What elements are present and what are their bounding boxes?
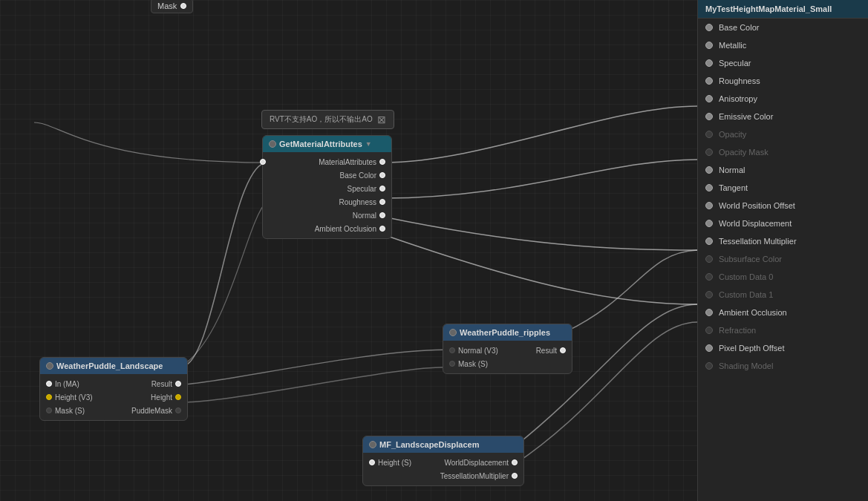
panel-row-world-position-offset[interactable]: World Position Offset: [698, 197, 868, 215]
panel-row-tangent[interactable]: Tangent: [698, 179, 868, 197]
panel-row-anisotropy[interactable]: Anisotropy: [698, 90, 868, 108]
custom-data-0-panel-label: Custom Data 0: [719, 272, 773, 281]
material-attrs-input-pin[interactable]: [260, 159, 266, 165]
emissive-color-panel-label: Emissive Color: [719, 112, 773, 121]
panel-row-custom-data-0: Custom Data 0: [698, 268, 868, 286]
panel-row-specular[interactable]: Specular: [698, 54, 868, 72]
specular-dot: [705, 59, 713, 67]
get-material-attrs-node: GetMaterialAttributes ▼ MaterialAttribut…: [262, 135, 392, 239]
result-out-pin[interactable]: [175, 381, 181, 387]
material-attrs-label: MaterialAttributes: [319, 158, 376, 166]
ripples-node-icon: [449, 329, 457, 336]
roughness-output-pin[interactable]: [379, 199, 385, 205]
base-color-row: Base Color: [263, 168, 391, 182]
puddle-mask-pin[interactable]: [175, 407, 181, 413]
base-color-output-pin[interactable]: [379, 172, 385, 178]
height-out-pin[interactable]: [175, 394, 181, 400]
weather-puddle-ripples-body: Normal (V3) Result Mask (S): [443, 341, 572, 373]
world-displacement-pin[interactable]: [512, 459, 518, 465]
mask-s-input-pin[interactable]: [449, 361, 455, 367]
mf-landscape-title: MF_LandscapeDisplacem: [379, 440, 480, 449]
mask-label: Mask: [157, 1, 177, 10]
in-ma-label: In (MA): [55, 380, 79, 388]
tessellation-row: TessellationMultiplier: [363, 469, 523, 482]
material-attrs-output-pin[interactable]: [379, 159, 385, 165]
normal-v3-input-pin[interactable]: [449, 347, 455, 353]
mask-s-landscape-input-pin[interactable]: [46, 407, 52, 413]
panel-row-emissive-color[interactable]: Emissive Color: [698, 108, 868, 125]
panel-row-opacity: Opacity: [698, 125, 868, 143]
landscape-node-icon: [46, 362, 53, 370]
result-label: Result: [536, 347, 557, 355]
refraction-dot: [705, 327, 713, 334]
opacity-dot: [705, 131, 713, 138]
opacity-mask-panel-label: Opacity Mask: [719, 148, 769, 157]
base-color-dot: [705, 24, 713, 31]
roughness-dot: [705, 77, 713, 85]
emissive-color-dot: [705, 113, 713, 120]
height-s-input-pin[interactable]: [369, 459, 375, 465]
panel-row-custom-data-1: Custom Data 1: [698, 286, 868, 304]
refraction-panel-label: Refraction: [719, 326, 756, 335]
mask-output-pin[interactable]: [180, 3, 186, 9]
mask-s-label: Mask (S): [458, 360, 488, 368]
in-ma-input-pin[interactable]: [46, 381, 52, 387]
right-panel-header: MyTestHeightMapMaterial_Small: [698, 0, 868, 19]
right-panel-title: MyTestHeightMapMaterial_Small: [705, 4, 832, 13]
world-position-offset-dot: [705, 202, 713, 209]
custom-data-1-panel-label: Custom Data 1: [719, 290, 773, 299]
normal-v3-row: Normal (V3) Result: [443, 344, 572, 357]
panel-row-base-color[interactable]: Base Color: [698, 19, 868, 36]
normal-panel-label: Normal: [719, 166, 745, 174]
panel-row-tessellation-multiplier[interactable]: Tessellation Multiplier: [698, 232, 868, 250]
mask-node: Mask: [151, 0, 193, 13]
weather-puddle-ripples-header: WeatherPuddle_ripples: [443, 324, 572, 341]
tessellation-multiplier-pin[interactable]: [512, 473, 518, 479]
normal-label: Normal: [353, 212, 376, 220]
specular-row: Specular: [263, 182, 391, 195]
opacity-panel-label: Opacity: [719, 130, 746, 139]
panel-row-metallic[interactable]: Metallic: [698, 36, 868, 54]
rvt-text: RVT不支持AO，所以不输出AO: [270, 114, 373, 125]
subsurface-color-panel-label: Subsurface Color: [719, 255, 782, 263]
height-s-label: Height (S): [378, 459, 411, 467]
in-ma-row: In (MA) Result: [40, 377, 187, 390]
panel-row-pixel-depth-offset[interactable]: Pixel Depth Offset: [698, 339, 868, 357]
panel-row-world-displacement[interactable]: World Displacement: [698, 215, 868, 232]
roughness-row: Roughness: [263, 195, 391, 209]
normal-dot: [705, 166, 713, 174]
normal-v3-label: Normal (V3): [458, 347, 498, 355]
normal-output-pin[interactable]: [379, 212, 385, 218]
height-v3-row: Height (V3) Height: [40, 390, 187, 404]
custom-data-0-dot: [705, 273, 713, 281]
tangent-panel-label: Tangent: [719, 183, 748, 192]
height-v3-label: Height (V3): [55, 393, 93, 402]
metallic-dot: [705, 42, 713, 49]
tessellation-multiplier-label: TessellationMultiplier: [440, 472, 509, 480]
ambient-occlusion-row: Ambient Occlusion: [263, 222, 391, 235]
height-v3-input-pin[interactable]: [46, 394, 52, 400]
mask-s-landscape-label: Mask (S): [55, 407, 85, 415]
result-output-pin[interactable]: [560, 347, 566, 353]
specular-output-pin[interactable]: [379, 186, 385, 191]
rvt-expand-icon: ⊠: [377, 114, 386, 125]
panel-row-roughness[interactable]: Roughness: [698, 72, 868, 90]
shading-model-dot: [705, 362, 713, 370]
rvt-label-node: RVT不支持AO，所以不输出AO ⊠: [261, 110, 394, 129]
world-position-offset-panel-label: World Position Offset: [719, 201, 795, 210]
weather-puddle-landscape-body: In (MA) Result Height (V3) Height Mask (…: [40, 374, 187, 420]
mf-node-icon: [369, 441, 376, 448]
puddle-mask-label: PuddleMask: [131, 407, 172, 415]
pixel-depth-offset-dot: [705, 344, 713, 352]
world-displacement-dot: [705, 220, 713, 227]
expand-icon: ▼: [365, 140, 372, 148]
mask-s-row: Mask (S): [443, 357, 572, 370]
ambient-occlusion-output-pin[interactable]: [379, 226, 385, 232]
world-displacement-label: WorldDisplacement: [444, 459, 509, 467]
opacity-mask-dot: [705, 148, 713, 156]
panel-row-ambient-occlusion[interactable]: Ambient Occlusion: [698, 304, 868, 321]
panel-row-normal[interactable]: Normal: [698, 161, 868, 179]
base-color-label: Base Color: [340, 171, 376, 180]
ambient-occlusion-label: Ambient Occlusion: [315, 225, 376, 233]
result-out-label: Result: [151, 380, 172, 388]
